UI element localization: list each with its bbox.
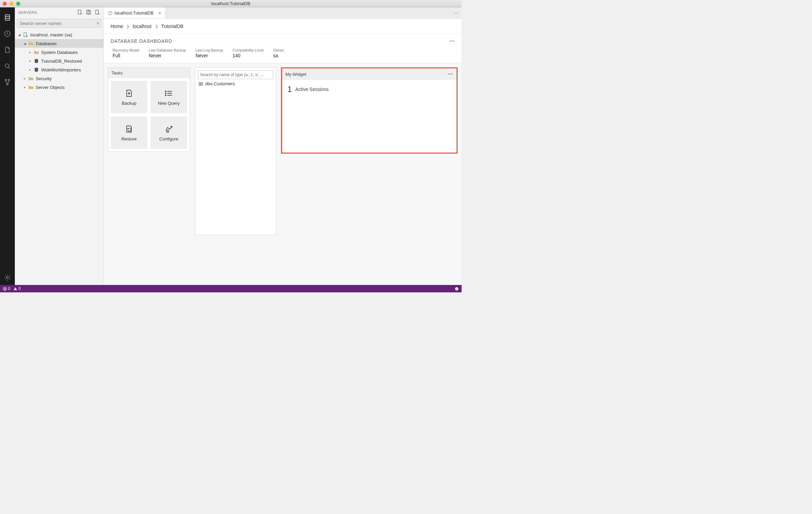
chevron-right-icon: ❯ (126, 24, 129, 29)
server-search-input[interactable] (17, 19, 102, 28)
widget-label: Active Sessions (295, 87, 328, 92)
breadcrumb-home[interactable]: Home (111, 24, 123, 29)
prop-value: Never (149, 53, 186, 58)
svg-point-27 (166, 95, 166, 95)
folder-icon (34, 50, 39, 55)
activity-bar (0, 7, 15, 285)
folder-icon (28, 76, 34, 81)
status-feedback[interactable] (455, 286, 459, 291)
error-count: 0 (8, 286, 10, 291)
task-label: Configure (160, 137, 178, 142)
error-icon (3, 286, 7, 291)
svg-rect-10 (78, 10, 81, 14)
task-label: Backup (122, 101, 136, 106)
new-group-icon[interactable] (86, 9, 91, 16)
prop-value: 140 (232, 53, 263, 58)
search-activity-icon[interactable] (0, 59, 15, 73)
svg-point-15 (98, 13, 100, 14)
task-new-query[interactable]: New Query (151, 81, 187, 113)
refresh-icon[interactable] (95, 9, 100, 16)
widget-title: My-Widget (285, 72, 306, 77)
minimize-window-button[interactable] (9, 2, 13, 6)
svg-point-25 (166, 91, 166, 92)
tab-title: localhost:TutorialDB (115, 10, 154, 16)
configure-icon (164, 124, 174, 134)
dashboard-properties: Recovery ModelFull Last Database BackupN… (111, 44, 455, 63)
tasks-title: Tasks (112, 70, 123, 75)
prop-label: Last Log Backup (196, 48, 223, 52)
maximize-window-button[interactable] (16, 2, 20, 6)
servers-activity-icon[interactable] (0, 10, 15, 25)
database-icon (34, 67, 39, 72)
svg-point-11 (81, 13, 82, 14)
svg-point-6 (5, 79, 7, 81)
tree-databases-node[interactable]: ◢ Databases (15, 39, 104, 48)
status-errors[interactable]: 0 (3, 286, 10, 291)
editor-tab[interactable]: localhost:TutorialDB × (104, 7, 166, 19)
svg-rect-0 (5, 15, 10, 21)
widget-count: 1 (287, 85, 292, 94)
settings-activity-icon[interactable] (0, 270, 15, 285)
prop-value: Full (113, 53, 139, 58)
traffic-lights (3, 2, 20, 6)
prop-label: Recovery Model (113, 48, 139, 52)
prop-value: Never (196, 53, 223, 58)
task-configure[interactable]: Configure (151, 117, 187, 149)
my-widget-panel: My-Widget ··· 1 Active Sessions (281, 67, 458, 154)
chevron-right-icon: ❯ (155, 24, 158, 29)
close-tab-icon[interactable]: × (158, 10, 161, 16)
clear-search-icon[interactable]: × (97, 21, 99, 26)
svg-point-26 (166, 93, 166, 93)
history-activity-icon[interactable] (0, 26, 15, 41)
dashboard-more-icon[interactable]: ··· (450, 38, 455, 44)
svg-point-4 (5, 64, 9, 68)
server-tree: ◢ localhost, master (sa) ◢ Databases ▸ S… (15, 29, 104, 92)
close-window-button[interactable] (3, 2, 7, 6)
svg-rect-17 (26, 36, 28, 37)
tree-item-label: TutorialDB_Restored (41, 59, 82, 64)
editor-tabbar: localhost:TutorialDB × ··· (104, 7, 462, 19)
prop-label: Compatibility Level (232, 48, 263, 52)
source-control-activity-icon[interactable] (0, 75, 15, 90)
tree-server-objects-node[interactable]: ▸ Server Objects (15, 83, 104, 92)
tree-item-label: Server Objects (36, 85, 65, 90)
task-restore[interactable]: Restore (111, 117, 147, 149)
tree-security-node[interactable]: ▸ Security (15, 74, 104, 83)
status-warnings[interactable]: 0 (13, 286, 21, 291)
servers-sidebar: SERVERS × ◢ localhost, master (sa) ◢ Dat… (15, 7, 104, 285)
tree-item-label: System Databases (41, 50, 78, 55)
widget-more-icon[interactable]: ··· (448, 71, 453, 77)
warning-icon (13, 286, 18, 291)
search-result-row[interactable]: dbo.Customers (198, 79, 273, 88)
table-icon (199, 82, 203, 86)
tab-overflow-icon[interactable]: ··· (450, 7, 462, 19)
tree-databases-label: Databases (36, 41, 57, 46)
dashboard-title: DATABASE DASHBOARD (111, 38, 172, 44)
object-search-input[interactable] (198, 70, 273, 79)
search-result-label: dbo.Customers (205, 81, 235, 86)
task-backup[interactable]: Backup (111, 81, 147, 113)
task-label: New Query (158, 101, 180, 106)
breadcrumb-db[interactable]: TutorialDB (162, 24, 184, 29)
svg-rect-29 (199, 82, 203, 85)
svg-point-9 (6, 276, 8, 278)
tree-server-node[interactable]: ◢ localhost, master (sa) (15, 30, 104, 39)
tree-db-child[interactable]: ▸ TutorialDB_Restored (15, 57, 104, 65)
breadcrumb-server[interactable]: localhost (133, 24, 151, 29)
new-connection-icon[interactable] (77, 9, 83, 16)
tasks-panel: Tasks Backup New Query Restore (108, 67, 190, 152)
object-search-panel: dbo.Customers (195, 67, 276, 235)
prop-value: sa (273, 53, 284, 58)
warning-count: 0 (19, 286, 21, 291)
svg-rect-16 (24, 33, 27, 37)
file-activity-icon[interactable] (0, 42, 15, 57)
server-icon (23, 32, 28, 37)
prop-label: Owner (273, 48, 284, 52)
database-icon (34, 58, 39, 64)
svg-point-37 (455, 287, 459, 290)
tree-db-child[interactable]: ▸ System Databases (15, 48, 104, 57)
tree-db-child[interactable]: ▸ WideWorldImporters (15, 65, 104, 74)
new-query-icon (164, 89, 174, 98)
window-titlebar: localhost:TutorialDB (0, 0, 462, 7)
svg-point-8 (7, 84, 8, 85)
